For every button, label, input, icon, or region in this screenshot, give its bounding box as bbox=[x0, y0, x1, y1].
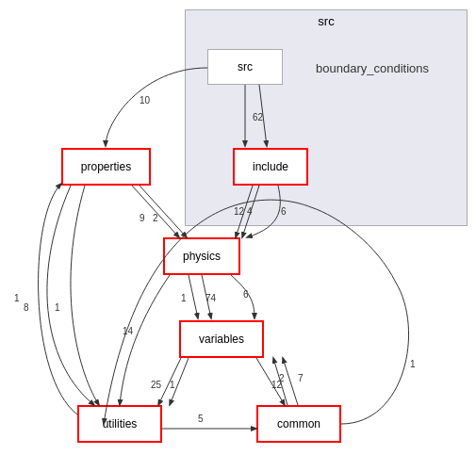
svg-text:14: 14 bbox=[123, 326, 134, 336]
physics-label: physics bbox=[183, 250, 221, 263]
svg-text:6: 6 bbox=[243, 289, 249, 300]
variables-node: variables bbox=[179, 320, 264, 358]
src-outer-label: src bbox=[318, 14, 334, 28]
svg-text:12: 12 bbox=[271, 380, 283, 390]
utilities-node: utilities bbox=[77, 405, 162, 443]
svg-text:1: 1 bbox=[181, 293, 187, 303]
common-node: common bbox=[256, 405, 341, 443]
common-label: common bbox=[277, 417, 320, 430]
src-outer-node: src bbox=[185, 9, 468, 226]
include-node: include bbox=[233, 148, 308, 186]
svg-text:1: 1 bbox=[170, 380, 175, 390]
svg-text:1: 1 bbox=[55, 302, 60, 313]
svg-text:1: 1 bbox=[410, 359, 416, 369]
svg-text:25: 25 bbox=[151, 380, 162, 390]
include-label: include bbox=[253, 160, 288, 173]
svg-text:5: 5 bbox=[198, 414, 204, 424]
svg-text:74: 74 bbox=[205, 293, 217, 303]
svg-text:2: 2 bbox=[153, 213, 158, 223]
properties-label: properties bbox=[81, 160, 131, 173]
svg-text:1: 1 bbox=[14, 293, 20, 303]
svg-text:7: 7 bbox=[298, 373, 304, 383]
src-inner-label: src bbox=[238, 60, 253, 73]
svg-text:2: 2 bbox=[279, 373, 285, 383]
utilities-label: utilities bbox=[103, 417, 138, 430]
physics-node: physics bbox=[163, 237, 240, 275]
svg-text:9: 9 bbox=[140, 213, 145, 223]
properties-node: properties bbox=[61, 148, 151, 186]
svg-text:10: 10 bbox=[140, 95, 151, 106]
src-inner-node: src bbox=[207, 49, 283, 85]
variables-label: variables bbox=[199, 333, 244, 346]
boundary-conditions-node: boundary_conditions bbox=[316, 61, 429, 75]
svg-text:8: 8 bbox=[24, 302, 29, 313]
